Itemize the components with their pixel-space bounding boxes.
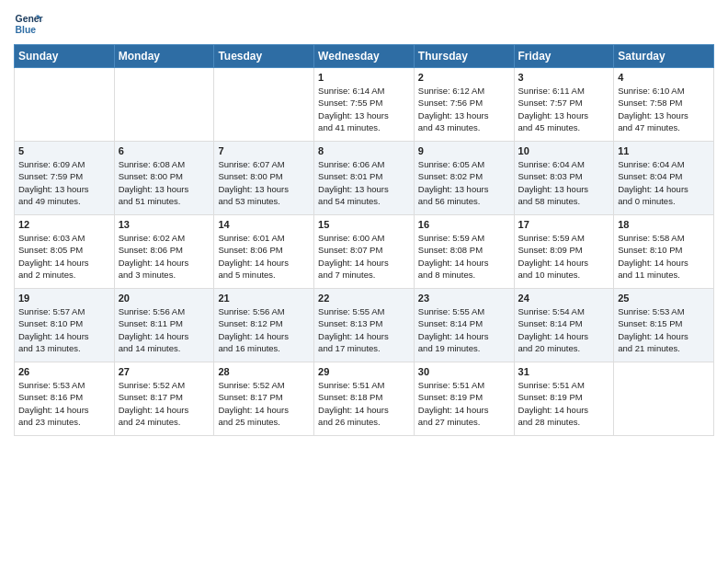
- calendar-cell: 11Sunrise: 6:04 AMSunset: 8:04 PMDayligh…: [614, 142, 714, 215]
- cell-line: and 14 minutes.: [119, 343, 181, 353]
- week-row-4: 19Sunrise: 5:57 AMSunset: 8:10 PMDayligh…: [15, 289, 714, 362]
- calendar-cell: 17Sunrise: 5:59 AMSunset: 8:09 PMDayligh…: [514, 215, 614, 289]
- cell-line: Sunset: 8:02 PM: [418, 171, 483, 181]
- cell-content: Sunrise: 6:05 AMSunset: 8:02 PMDaylight:…: [418, 158, 510, 207]
- cell-content: Sunrise: 6:09 AMSunset: 7:59 PMDaylight:…: [18, 158, 110, 207]
- cell-line: Sunrise: 6:14 AM: [318, 86, 384, 96]
- cell-line: Sunset: 8:08 PM: [418, 245, 483, 255]
- day-number: 26: [18, 366, 110, 377]
- cell-line: Sunrise: 6:01 AM: [218, 233, 284, 243]
- header-monday: Monday: [114, 45, 214, 68]
- day-number: 2: [418, 72, 510, 83]
- cell-line: and 41 minutes.: [318, 122, 381, 132]
- cell-line: Daylight: 14 hours: [418, 331, 489, 341]
- cell-content: Sunrise: 6:02 AMSunset: 8:06 PMDaylight:…: [119, 232, 210, 281]
- day-number: 10: [518, 145, 610, 156]
- cell-line: Daylight: 14 hours: [119, 405, 189, 415]
- calendar-cell: 5Sunrise: 6:09 AMSunset: 7:59 PMDaylight…: [15, 142, 115, 215]
- cell-content: Sunrise: 6:11 AMSunset: 7:57 PMDaylight:…: [518, 85, 610, 133]
- cell-line: and 20 minutes.: [518, 343, 581, 353]
- cell-line: Daylight: 14 hours: [518, 405, 589, 415]
- cell-line: Sunset: 8:19 PM: [518, 392, 583, 402]
- day-number: 16: [418, 219, 510, 230]
- cell-line: Sunset: 8:09 PM: [518, 245, 583, 255]
- calendar-cell: 19Sunrise: 5:57 AMSunset: 8:10 PMDayligh…: [15, 289, 115, 362]
- cell-line: Sunset: 7:55 PM: [318, 98, 382, 108]
- calendar-cell: 15Sunrise: 6:00 AMSunset: 8:07 PMDayligh…: [314, 215, 415, 289]
- week-row-2: 5Sunrise: 6:09 AMSunset: 7:59 PMDaylight…: [15, 142, 714, 215]
- cell-line: Daylight: 14 hours: [518, 331, 589, 341]
- week-row-5: 26Sunrise: 5:53 AMSunset: 8:16 PMDayligh…: [15, 362, 714, 436]
- cell-line: Sunrise: 5:52 AM: [218, 380, 284, 390]
- day-number: 25: [618, 293, 710, 304]
- calendar-cell: 21Sunrise: 5:56 AMSunset: 8:12 PMDayligh…: [214, 289, 314, 362]
- cell-line: Sunset: 7:56 PM: [418, 98, 483, 108]
- cell-line: Daylight: 14 hours: [218, 258, 289, 268]
- cell-line: and 47 minutes.: [618, 122, 680, 132]
- cell-content: Sunrise: 6:10 AMSunset: 7:58 PMDaylight:…: [618, 85, 710, 133]
- cell-content: Sunrise: 5:56 AMSunset: 8:11 PMDaylight:…: [119, 305, 210, 354]
- cell-content: Sunrise: 5:57 AMSunset: 8:10 PMDaylight:…: [18, 305, 110, 354]
- cell-line: and 16 minutes.: [218, 343, 280, 353]
- cell-line: and 43 minutes.: [418, 122, 481, 132]
- calendar-cell: 18Sunrise: 5:58 AMSunset: 8:10 PMDayligh…: [614, 215, 714, 289]
- cell-content: Sunrise: 6:07 AMSunset: 8:00 PMDaylight:…: [218, 158, 310, 207]
- cell-line: Sunset: 8:11 PM: [119, 318, 183, 328]
- cell-line: and 23 minutes.: [18, 417, 81, 427]
- cell-line: and 3 minutes.: [119, 270, 176, 280]
- cell-line: Sunrise: 5:59 AM: [418, 233, 484, 243]
- calendar-cell: 3Sunrise: 6:11 AMSunset: 7:57 PMDaylight…: [514, 68, 614, 142]
- day-number: 14: [218, 219, 310, 230]
- calendar-cell: 16Sunrise: 5:59 AMSunset: 8:08 PMDayligh…: [414, 215, 514, 289]
- calendar-cell: 27Sunrise: 5:52 AMSunset: 8:17 PMDayligh…: [114, 362, 214, 436]
- cell-content: Sunrise: 6:06 AMSunset: 8:01 PMDaylight:…: [318, 158, 410, 207]
- cell-line: Daylight: 13 hours: [618, 110, 688, 121]
- day-number: 22: [318, 293, 410, 304]
- cell-line: and 0 minutes.: [618, 196, 675, 206]
- cell-line: Sunrise: 5:51 AM: [318, 380, 384, 390]
- cell-line: and 49 minutes.: [18, 196, 81, 206]
- cell-content: Sunrise: 6:04 AMSunset: 8:03 PMDaylight:…: [518, 158, 610, 207]
- calendar-cell: [15, 68, 115, 142]
- cell-line: Sunset: 8:13 PM: [318, 318, 382, 328]
- cell-line: Daylight: 14 hours: [318, 405, 389, 415]
- calendar-cell: [114, 68, 214, 142]
- calendar-cell: 26Sunrise: 5:53 AMSunset: 8:16 PMDayligh…: [15, 362, 115, 436]
- header-sunday: Sunday: [15, 45, 115, 68]
- day-number: 1: [318, 72, 410, 83]
- cell-line: Daylight: 14 hours: [618, 184, 688, 194]
- cell-line: and 56 minutes.: [418, 196, 481, 206]
- cell-line: and 26 minutes.: [318, 417, 381, 427]
- cell-line: and 8 minutes.: [418, 270, 475, 280]
- cell-line: Sunrise: 5:55 AM: [418, 306, 484, 316]
- cell-line: Sunrise: 5:51 AM: [518, 380, 585, 390]
- day-number: 8: [318, 145, 410, 156]
- cell-content: Sunrise: 5:58 AMSunset: 8:10 PMDaylight:…: [618, 232, 710, 281]
- day-number: 4: [618, 72, 710, 83]
- cell-content: Sunrise: 5:51 AMSunset: 8:19 PMDaylight:…: [518, 379, 610, 428]
- header-tuesday: Tuesday: [214, 45, 314, 68]
- cell-line: and 11 minutes.: [618, 270, 680, 280]
- cell-line: Sunrise: 6:04 AM: [618, 159, 684, 169]
- cell-content: Sunrise: 5:55 AMSunset: 8:14 PMDaylight:…: [418, 305, 510, 354]
- calendar-header-row: SundayMondayTuesdayWednesdayThursdayFrid…: [15, 45, 714, 68]
- cell-line: Sunrise: 6:05 AM: [418, 159, 484, 169]
- cell-line: and 45 minutes.: [518, 122, 581, 132]
- calendar-cell: 25Sunrise: 5:53 AMSunset: 8:15 PMDayligh…: [614, 289, 714, 362]
- cell-line: Sunset: 8:00 PM: [218, 171, 282, 181]
- week-row-1: 1Sunrise: 6:14 AMSunset: 7:55 PMDaylight…: [15, 68, 714, 142]
- calendar-cell: 29Sunrise: 5:51 AMSunset: 8:18 PMDayligh…: [314, 362, 415, 436]
- cell-content: Sunrise: 6:12 AMSunset: 7:56 PMDaylight:…: [418, 85, 510, 133]
- cell-line: Sunset: 8:03 PM: [518, 171, 583, 181]
- cell-line: and 2 minutes.: [18, 270, 75, 280]
- day-number: 5: [18, 145, 110, 156]
- cell-content: Sunrise: 6:04 AMSunset: 8:04 PMDaylight:…: [618, 158, 710, 207]
- day-number: 27: [119, 366, 210, 377]
- cell-line: Sunrise: 6:12 AM: [418, 86, 484, 96]
- cell-line: and 13 minutes.: [18, 343, 81, 353]
- cell-line: Sunrise: 6:02 AM: [119, 233, 185, 243]
- calendar-cell: 14Sunrise: 6:01 AMSunset: 8:06 PMDayligh…: [214, 215, 314, 289]
- cell-content: Sunrise: 5:54 AMSunset: 8:14 PMDaylight:…: [518, 305, 610, 354]
- cell-line: Sunset: 8:04 PM: [618, 171, 682, 181]
- calendar-cell: 23Sunrise: 5:55 AMSunset: 8:14 PMDayligh…: [414, 289, 514, 362]
